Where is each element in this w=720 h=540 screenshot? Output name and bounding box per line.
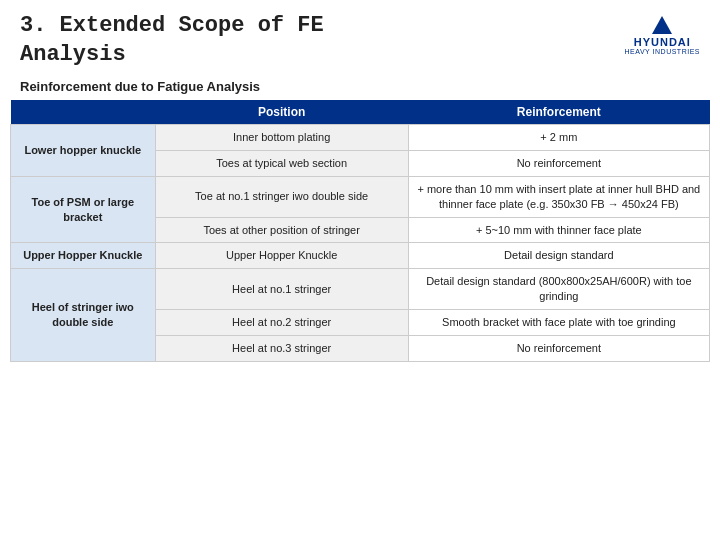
reinforcement-cell: No reinforcement <box>408 151 709 177</box>
col1-header: Position <box>155 100 408 125</box>
position-cell: Heel at no.1 stringer <box>155 269 408 310</box>
row-header-heel-stringer: Heel of stringer iwo double side <box>11 269 156 361</box>
reinforcement-cell: + 2 mm <box>408 125 709 151</box>
main-table-container: Position Reinforcement Lower hopper knuc… <box>0 100 720 371</box>
reinforcement-table: Position Reinforcement Lower hopper knuc… <box>10 100 710 361</box>
page-title: 3. Extended Scope of FE Analysis <box>20 12 324 69</box>
table-row: Toe of PSM or large bracket Toe at no.1 … <box>11 176 710 217</box>
table-row: Lower hopper knuckle Inner bottom platin… <box>11 125 710 151</box>
reinforcement-cell: + more than 10 mm with insert plate at i… <box>408 176 709 217</box>
logo-subtitle: HEAVY INDUSTRIES <box>625 48 700 55</box>
position-cell: Toes at typical web section <box>155 151 408 177</box>
reinforcement-cell: + 5~10 mm with thinner face plate <box>408 217 709 243</box>
row-header-upper-hopper: Upper Hopper Knuckle <box>11 243 156 269</box>
reinforcement-cell: Smooth bracket with face plate with toe … <box>408 309 709 335</box>
col2-header: Reinforcement <box>408 100 709 125</box>
table-row: Upper Hopper Knuckle Upper Hopper Knuckl… <box>11 243 710 269</box>
logo-triangle-icon <box>652 16 672 34</box>
page-header: 3. Extended Scope of FE Analysis HYUNDAI… <box>0 0 720 77</box>
position-cell: Upper Hopper Knuckle <box>155 243 408 269</box>
position-cell: Toes at other position of stringer <box>155 217 408 243</box>
row-header-lower-hopper: Lower hopper knuckle <box>11 125 156 177</box>
company-logo: HYUNDAI HEAVY INDUSTRIES <box>625 12 700 55</box>
reinforcement-cell: Detail design standard (800x800x25AH/600… <box>408 269 709 310</box>
position-cell: Heel at no.2 stringer <box>155 309 408 335</box>
position-cell: Heel at no.3 stringer <box>155 335 408 361</box>
col0-header <box>11 100 156 125</box>
section-title: Reinforcement due to Fatigue Analysis <box>0 77 720 100</box>
logo-name: HYUNDAI <box>634 36 691 48</box>
table-row: Heel of stringer iwo double side Heel at… <box>11 269 710 310</box>
row-header-toe-psm: Toe of PSM or large bracket <box>11 176 156 243</box>
position-cell: Inner bottom plating <box>155 125 408 151</box>
reinforcement-cell: No reinforcement <box>408 335 709 361</box>
reinforcement-cell: Detail design standard <box>408 243 709 269</box>
position-cell: Toe at no.1 stringer iwo double side <box>155 176 408 217</box>
